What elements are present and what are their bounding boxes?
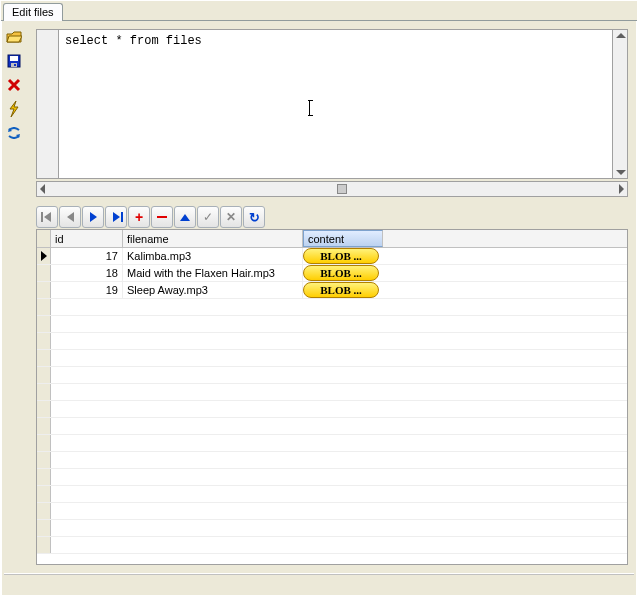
empty-row <box>37 299 627 316</box>
empty-row <box>37 435 627 452</box>
edit-icon <box>180 214 190 221</box>
minus-icon <box>157 216 167 218</box>
loop-button[interactable] <box>4 123 24 143</box>
empty-row <box>37 367 627 384</box>
cell-id-value: 19 <box>106 284 118 296</box>
empty-rows <box>37 299 627 554</box>
blob-button[interactable]: BLOB ... <box>303 248 379 264</box>
svg-rect-1 <box>10 56 18 61</box>
sql-textarea[interactable]: select * from files <box>58 29 612 179</box>
empty-row <box>37 520 627 537</box>
nav-edit-button[interactable] <box>174 206 196 228</box>
cell-blank <box>383 265 627 281</box>
empty-row <box>37 384 627 401</box>
nav-first-button[interactable] <box>36 206 58 228</box>
sql-gutter <box>36 29 58 179</box>
plus-icon: + <box>135 210 143 224</box>
execute-button[interactable] <box>4 99 24 119</box>
loop-icon <box>6 127 22 139</box>
table-row[interactable]: 17 Kalimba.mp3 BLOB ... <box>37 248 627 265</box>
header-content-label: content <box>308 233 344 245</box>
status-bar <box>4 573 634 593</box>
cell-blank <box>383 282 627 298</box>
cell-filename-value: Sleep Away.mp3 <box>127 284 208 296</box>
sql-vertical-scrollbar[interactable] <box>612 29 628 179</box>
cell-filename-value: Kalimba.mp3 <box>127 250 191 262</box>
blob-label: BLOB ... <box>320 250 362 262</box>
current-row-icon <box>41 251 47 261</box>
empty-row <box>37 469 627 486</box>
cell-id[interactable]: 19 <box>51 282 123 298</box>
empty-row <box>37 452 627 469</box>
cell-filename[interactable]: Maid with the Flaxen Hair.mp3 <box>123 265 303 281</box>
scroll-right-icon <box>619 184 624 194</box>
bolt-icon <box>8 101 20 117</box>
blob-label: BLOB ... <box>320 267 362 279</box>
save-icon <box>7 54 21 68</box>
svg-rect-3 <box>14 64 16 66</box>
grid-header: id filename content <box>37 230 627 248</box>
blob-button[interactable]: BLOB ... <box>303 282 379 298</box>
check-icon: ✓ <box>203 210 213 224</box>
nav-last-button[interactable] <box>105 206 127 228</box>
record-navigator: + ✓ ✕ ↻ <box>36 205 628 229</box>
scroll-thumb[interactable] <box>337 184 347 194</box>
table-row[interactable]: 19 Sleep Away.mp3 BLOB ... <box>37 282 627 299</box>
data-grid: id filename content 17 Kalimba.mp3 BLOB … <box>36 229 628 565</box>
delete-button[interactable] <box>4 75 24 95</box>
nav-cancel-button[interactable]: ✕ <box>220 206 242 228</box>
open-icon <box>6 30 22 44</box>
window: Edit files select * from files <box>0 0 638 597</box>
first-icon <box>44 212 51 222</box>
nav-refresh-button[interactable]: ↻ <box>243 206 265 228</box>
cell-id-value: 18 <box>106 267 118 279</box>
nav-next-button[interactable] <box>82 206 104 228</box>
cell-content: BLOB ... <box>303 282 383 298</box>
content-area: select * from files + ✓ ✕ ↻ <box>1 21 637 596</box>
nav-insert-button[interactable]: + <box>128 206 150 228</box>
blob-label: BLOB ... <box>320 284 362 296</box>
cell-blank <box>383 248 627 264</box>
cell-id[interactable]: 18 <box>51 265 123 281</box>
header-filename[interactable]: filename <box>123 230 303 247</box>
tab-label: Edit files <box>12 6 54 18</box>
row-indicator <box>37 248 51 264</box>
nav-delete-button[interactable] <box>151 206 173 228</box>
x-icon: ✕ <box>226 210 236 224</box>
tab-edit-files[interactable]: Edit files <box>3 3 63 21</box>
cell-id[interactable]: 17 <box>51 248 123 264</box>
header-filename-label: filename <box>127 233 169 245</box>
empty-row <box>37 537 627 554</box>
empty-row <box>37 418 627 435</box>
header-id-label: id <box>55 233 64 245</box>
cell-id-value: 17 <box>106 250 118 262</box>
empty-row <box>37 316 627 333</box>
sql-horizontal-scrollbar[interactable] <box>36 181 628 197</box>
nav-post-button[interactable]: ✓ <box>197 206 219 228</box>
row-indicator <box>37 282 51 298</box>
cell-filename[interactable]: Sleep Away.mp3 <box>123 282 303 298</box>
header-content[interactable]: content <box>303 230 383 247</box>
header-indicator <box>37 230 51 247</box>
tab-strip: Edit files <box>1 1 637 21</box>
header-id[interactable]: id <box>51 230 123 247</box>
empty-row <box>37 503 627 520</box>
scroll-left-icon <box>40 184 45 194</box>
cell-filename-value: Maid with the Flaxen Hair.mp3 <box>127 267 275 279</box>
save-button[interactable] <box>4 51 24 71</box>
open-button[interactable] <box>4 27 24 47</box>
sql-editor: select * from files <box>36 29 628 179</box>
empty-row <box>37 401 627 418</box>
prev-icon <box>67 212 74 222</box>
empty-row <box>37 486 627 503</box>
cell-content: BLOB ... <box>303 265 383 281</box>
cell-filename[interactable]: Kalimba.mp3 <box>123 248 303 264</box>
side-toolbar <box>4 27 26 143</box>
row-indicator <box>37 265 51 281</box>
blob-button[interactable]: BLOB ... <box>303 265 379 281</box>
delete-icon <box>7 78 21 92</box>
nav-prev-button[interactable] <box>59 206 81 228</box>
next-icon <box>90 212 97 222</box>
table-row[interactable]: 18 Maid with the Flaxen Hair.mp3 BLOB ..… <box>37 265 627 282</box>
cell-content: BLOB ... <box>303 248 383 264</box>
